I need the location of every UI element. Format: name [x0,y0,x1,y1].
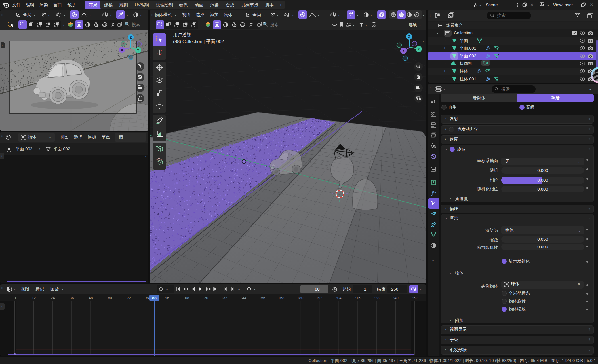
svg-text:204: 204 [335,296,342,300]
svg-text:72: 72 [127,296,131,300]
svg-text:216: 216 [354,296,361,300]
svg-text:120: 120 [202,296,208,300]
svg-text:36: 36 [70,296,74,300]
svg-text:240: 240 [392,296,399,300]
svg-text:48: 48 [89,296,93,300]
svg-text:Y: Y [137,48,139,52]
svg-text:228: 228 [373,296,380,300]
svg-text:84: 84 [146,296,150,300]
svg-text:96: 96 [165,296,169,300]
svg-text:X: X [402,49,405,53]
svg-text:Z: Z [408,35,410,39]
svg-text:60: 60 [108,296,112,300]
svg-text:›: › [1,305,2,308]
svg-text:X: X [121,48,123,52]
svg-text:›: › [2,44,3,47]
svg-text:Y: Y [418,47,420,51]
svg-text:144: 144 [240,296,246,300]
svg-text:168: 168 [278,296,284,300]
svg-text:24: 24 [51,296,55,300]
svg-text:156: 156 [259,296,265,300]
svg-text:12: 12 [32,296,36,300]
svg-text:180: 180 [297,296,304,300]
svg-text:0: 0 [14,296,16,300]
svg-text:192: 192 [316,296,323,300]
svg-text:132: 132 [221,296,227,300]
svg-text:252: 252 [411,296,418,300]
svg-text:108: 108 [183,296,189,300]
svg-text:88: 88 [152,296,157,300]
svg-text:Z: Z [130,35,132,39]
